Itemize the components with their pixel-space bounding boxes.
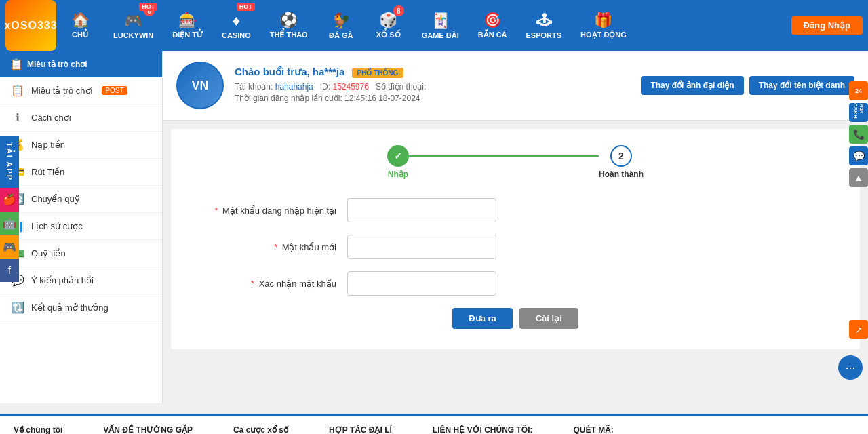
phone-button[interactable]: 📞 [849,125,868,144]
sidebar-header-icon: 📋 [9,58,23,71]
user-details: Chào buổi trưa, ha***ja PHỔ THÔNG Tài kh… [235,66,630,105]
nav-item-ban-ca[interactable]: 🎯BẮN CÁ [469,0,517,51]
nav-label-casino: CASINO [222,31,251,39]
change-avatar-button[interactable]: Thay đổi ảnh đại diện [641,76,743,95]
nav-icon-dien-tu: 🎰 [178,12,197,29]
account-link[interactable]: hahahahja [275,82,313,92]
nav-item-luckywin[interactable]: 8HOT🎮LUCKYWIN [104,0,163,51]
footer-col-4: HỢP TÁC ĐẠI LÍ [329,425,392,434]
nav-icon-esports: 🕹 [536,12,551,30]
footer-col-1: Về chúng tôi [14,425,62,434]
right-float-bar: 24 7/24 CSKH 📞 💬 ▲ [849,81,868,187]
dots-button[interactable]: ··· [838,355,863,380]
hot-badge-luckywin: HOT [139,3,157,11]
current-password-label: * Mật khẩu đăng nhập hiện tại [198,205,347,216]
nav-item-chu[interactable]: 🏠CHỦ [56,0,104,51]
sidebar-header: 📋 Miêu tả trò chơi [0,51,162,77]
submit-button[interactable]: Đưa ra [452,308,513,329]
form-row-confirm-password: * Xác nhận mật khẩu [198,271,833,296]
change-nickname-button[interactable]: Thay đổi tên biệt danh [749,76,854,95]
sidebar-label-ket-qua: Kết quả mở thưởng [31,302,108,313]
sidebar-label-nap-tien: Nạp tiền [31,140,65,150]
nav-icon-hoat-dong: 🎁 [594,12,612,29]
tai-app-button[interactable]: TẢI APP [0,136,19,188]
confirm-password-input[interactable] [347,271,496,296]
hot-badge-casino: HOT [237,3,255,11]
nav-item-casino[interactable]: HOT♦CASINO [212,0,260,51]
header: xOSO333 🏠CHỦ8HOT🎮LUCKYWIN🎰ĐIỆN TỬHOT♦CAS… [0,0,868,51]
nav-item-dien-tu[interactable]: 🎰ĐIỆN TỬ [163,0,212,51]
left-float-icon-3[interactable]: 🎮 [0,235,19,259]
sidebar-item-quy-tien[interactable]: 💵Quỹ tiền [0,240,162,267]
step-2-circle: 2 [610,145,632,167]
form-buttons: Đưa ra Cài lại [198,308,833,329]
post-badge: POST [102,86,127,95]
scroll-up-button[interactable]: ▲ [849,168,868,187]
user-info-bar: VN Chào buổi trưa, ha***ja PHỔ THÔNG Tài… [163,51,868,121]
nav-label-dien-tu: ĐIỆN TỬ [172,31,203,39]
sidebar-label-mo-ta: Miêu tả trò chơi [31,85,92,96]
sidebar-item-y-kien[interactable]: 💬Ý kiến phản hồi [0,267,162,294]
nav-item-hoat-dong[interactable]: 🎁HOẠT ĐỘNG [571,0,636,51]
left-float-icon-1[interactable]: 🍎 [0,188,19,212]
footer: Về chúng tôi VẤN ĐỀ THƯỜNG GẶP Cá cược x… [0,414,868,434]
confirm-password-label: * Xác nhận mật khẩu [198,279,347,289]
sidebar: 📋 Miêu tả trò chơi 📋Miêu tả trò chơiPOST… [0,51,163,403]
sidebar-item-cach-choi[interactable]: ℹCách chơi [0,104,162,132]
password-form-area: ✓ Nhập 2 Hoàn thành * Mật khẩu đăng nhập… [171,129,860,349]
nav-icon-casino: ♦ [233,12,240,30]
sidebar-item-chuyen-quy[interactable]: 🔄Chuyển quỹ [0,186,162,213]
nav-label-hoat-dong: HOẠT ĐỘNG [580,31,627,39]
new-password-label: * Mật khẩu mới [198,242,347,252]
sidebar-item-lich-su[interactable]: 📊Lịch sử cược [0,213,162,240]
sidebar-item-rut-tien[interactable]: 💳Rút Tiền [0,159,162,186]
greeting: Chào buổi trưa, ha***ja PHỔ THÔNG [235,66,630,78]
step-1-circle: ✓ [387,145,409,167]
user-meta-login: Thời gian đăng nhập lần cuối: 12:45:16 1… [235,94,630,103]
sidebar-item-nap-tien[interactable]: 💰Nạp tiền [0,132,162,159]
reset-button[interactable]: Cài lại [519,308,578,329]
nav-label-da-ga: ĐÁ GÀ [329,31,353,39]
new-password-input[interactable] [347,235,496,259]
nav-icon-game-bai: 🃏 [431,12,450,30]
nav-item-game-bai[interactable]: 🃏GAME BÀI [412,0,469,51]
nav-icon-ban-ca: 🎯 [484,12,502,29]
user-buttons: Thay đổi ảnh đại diện Thay đổi tên biệt … [641,76,854,95]
left-float-icon-4[interactable]: f [0,259,19,282]
nav-label-the-thao: THỂ THAO [270,31,308,39]
left-float-icon-2[interactable]: 🤖 [0,212,19,235]
nav-item-the-thao[interactable]: ⚽THỂ THAO [260,0,317,51]
sidebar-items: 📋Miêu tả trò chơiPOSTℹCách chơi💰Nạp tiền… [0,77,162,321]
sidebar-label-lich-su: Lịch sử cược [31,221,83,231]
sidebar-icon-cach-choi: ℹ [11,111,24,124]
nav-item-esports[interactable]: 🕹ESPORTS [517,0,572,51]
main-layout: 📋 Miêu tả trò chơi 📋Miêu tả trò chơiPOST… [0,51,868,403]
nav-label-esports: ESPORTS [526,31,562,39]
support-7-button[interactable]: 7/24 CSKH [849,103,868,122]
current-password-input[interactable] [347,198,496,222]
sidebar-icon-mo-ta: 📋 [11,84,24,97]
logo[interactable]: xOSO333 [5,0,56,51]
footer-col-6: QUÉT MÃ: [574,425,614,434]
sidebar-icon-ket-qua: 🔃 [11,301,24,314]
arrow-button[interactable]: ↗ [849,320,868,339]
stepper: ✓ Nhập 2 Hoàn thành [198,145,833,179]
sidebar-item-ket-qua[interactable]: 🔃Kết quả mở thưởng [0,294,162,321]
sidebar-item-mo-ta[interactable]: 📋Miêu tả trò chơiPOST [0,77,162,104]
nav-label-ban-ca: BẮN CÁ [478,31,507,39]
nav-item-xo-so[interactable]: 8🎲XỔ SỐ [365,0,412,51]
footer-col-3: Cá cược xổ số [233,425,288,434]
support-24-button[interactable]: 24 [849,81,868,100]
step-1-label: Nhập [388,170,408,179]
nav-icon-chu: 🏠 [71,12,90,29]
form-row-new-password: * Mật khẩu mới [198,235,833,259]
header-right: Đăng Nhập [791,16,863,35]
nav-label-game-bai: GAME BÀI [422,31,459,39]
login-button[interactable]: Đăng Nhập [791,16,863,35]
sidebar-label-chuyen-quy: Chuyển quỹ [31,194,80,204]
form-row-current-password: * Mật khẩu đăng nhập hiện tại [198,198,833,222]
sidebar-label-y-kien: Ý kiến phản hồi [31,275,94,285]
chat-button[interactable]: 💬 [849,146,868,165]
left-float-bar: TẢI APP 🍎 🤖 🎮 f [0,136,19,282]
nav-item-da-ga[interactable]: 🐓ĐÁ GÀ [317,0,365,51]
